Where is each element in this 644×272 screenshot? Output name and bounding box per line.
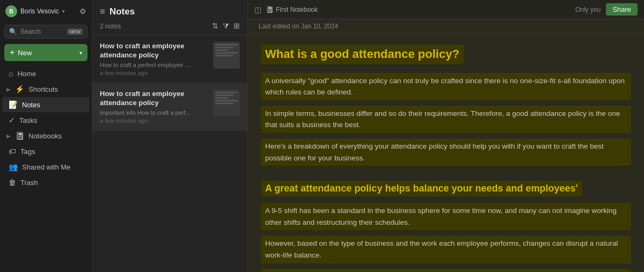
toolbar-right: Only you Share bbox=[575, 3, 638, 16]
plus-icon: + bbox=[10, 48, 14, 57]
sidebar-item-label: Trash bbox=[20, 179, 38, 187]
editor-toolbar: ◫ 📓 First Notebook Only you Share bbox=[248, 0, 644, 19]
view-toggle-icon[interactable]: ⊞ bbox=[233, 21, 240, 31]
paragraph-1: A universally "good" attendance policy c… bbox=[261, 73, 631, 100]
note-preview: important info How to craft a perf... bbox=[100, 109, 208, 116]
section-title-2: A great attendance policy helps balance … bbox=[261, 181, 582, 196]
sidebar-item-home[interactable]: ⌂ Home bbox=[2, 66, 90, 81]
toolbar-left: ◫ 📓 First Notebook bbox=[254, 5, 318, 14]
note-title: How to craft an employee attendance poli… bbox=[100, 42, 208, 60]
note-preview: How to craft a perfect employee ... bbox=[100, 62, 208, 68]
paragraph-3: Here's a breakdown of everything your at… bbox=[261, 138, 631, 166]
sidebar-item-label: Shared with Me bbox=[22, 163, 70, 171]
sidebar-item-tags[interactable]: 🏷 Tags bbox=[2, 144, 90, 159]
thumb-line bbox=[215, 55, 233, 56]
search-label: Search bbox=[20, 28, 64, 35]
notes-title: ≡ Notes bbox=[100, 6, 240, 17]
user-info[interactable]: B Boris Vesovic ▾ bbox=[5, 5, 65, 17]
home-icon: ⌂ bbox=[9, 69, 13, 78]
notes-meta: 2 notes ⇅ ⧩ ⊞ bbox=[100, 21, 240, 31]
sidebar-item-label: Shortcuts bbox=[28, 85, 58, 93]
sort-icon[interactable]: ⇅ bbox=[212, 21, 218, 31]
sidebar: B Boris Vesovic ▾ ⚙ 🔍 Search NEW + New ▾… bbox=[0, 0, 92, 272]
notes-list: ≡ Notes 2 notes ⇅ ⧩ ⊞ How to craft an em… bbox=[92, 0, 248, 272]
expand-icon: ▶ bbox=[6, 86, 11, 92]
layout-icon[interactable]: ◫ bbox=[254, 5, 261, 14]
tasks-icon: ✓ bbox=[9, 116, 15, 124]
doc-title: What is a good attendance policy? bbox=[261, 45, 464, 64]
sidebar-item-label: Notebooks bbox=[28, 132, 62, 140]
new-button-label: New bbox=[18, 49, 32, 57]
only-you-label: Only you bbox=[575, 6, 601, 13]
chevron-right-icon: ▾ bbox=[79, 50, 82, 56]
sidebar-item-notebooks[interactable]: ▶ 📓 Notebooks bbox=[2, 128, 90, 143]
sidebar-item-notes[interactable]: 📝 Notes bbox=[2, 97, 90, 112]
paragraph-6: For example, working night shifts affect… bbox=[261, 269, 631, 272]
nav-section: ⌂ Home ▶ ⚡ Shortcuts 📝 Notes ✓ Tasks ▶ 📓… bbox=[0, 65, 92, 272]
notes-heading: Notes bbox=[109, 6, 135, 17]
note-title: How to craft an employee attendance poli… bbox=[100, 90, 208, 108]
note-content: How to craft an employee attendance poli… bbox=[100, 90, 208, 124]
notes-list-icon: ≡ bbox=[100, 6, 105, 17]
sidebar-item-tasks[interactable]: ✓ Tasks bbox=[2, 113, 90, 128]
thumb-line bbox=[215, 47, 233, 48]
shared-icon: 👥 bbox=[9, 163, 18, 171]
thumb-line bbox=[215, 94, 233, 96]
shortcuts-icon: ⚡ bbox=[15, 85, 24, 93]
tags-icon: 🏷 bbox=[9, 147, 16, 156]
note-thumbnail bbox=[213, 90, 240, 116]
sidebar-item-label: Notes bbox=[22, 101, 40, 109]
notes-actions: ⇅ ⧩ ⊞ bbox=[212, 21, 240, 31]
trash-icon: 🗑 bbox=[9, 178, 16, 187]
notebook-breadcrumb[interactable]: 📓 First Notebook bbox=[266, 6, 318, 13]
search-bar[interactable]: 🔍 Search NEW bbox=[4, 25, 87, 39]
new-button[interactable]: + New ▾ bbox=[4, 44, 87, 61]
sidebar-item-label: Home bbox=[17, 70, 36, 78]
note-item-2[interactable]: How to craft an employee attendance poli… bbox=[92, 83, 247, 131]
expand-icon: ▶ bbox=[6, 133, 11, 139]
share-button[interactable]: Share bbox=[606, 3, 638, 16]
note-thumbnail bbox=[213, 42, 240, 69]
thumb-line bbox=[215, 49, 229, 51]
sidebar-item-trash[interactable]: 🗑 Trash bbox=[2, 175, 90, 190]
sidebar-header: B Boris Vesovic ▾ ⚙ bbox=[0, 0, 92, 23]
notebooks-icon: 📓 bbox=[15, 131, 24, 140]
note-time: a few minutes ago bbox=[100, 70, 208, 76]
paragraph-4: A 9-5 shift has been a standard in the b… bbox=[261, 203, 631, 230]
note-content: How to craft an employee attendance poli… bbox=[100, 42, 208, 76]
avatar: B bbox=[5, 5, 17, 17]
thumb-line bbox=[215, 52, 238, 54]
thumb-line bbox=[215, 100, 238, 101]
thumb-line bbox=[215, 92, 238, 93]
editor: ◫ 📓 First Notebook Only you Share Last e… bbox=[248, 0, 644, 272]
sidebar-item-label: Tags bbox=[20, 148, 35, 156]
editor-meta: Last edited on Jan 10, 2024 bbox=[248, 19, 644, 34]
note-item-1[interactable]: How to craft an employee attendance poli… bbox=[92, 35, 247, 83]
editor-body[interactable]: What is a good attendance policy? A univ… bbox=[248, 34, 644, 272]
settings-icon[interactable]: ⚙ bbox=[79, 7, 86, 16]
paragraph-5: However, based on the type of business a… bbox=[261, 236, 631, 263]
sidebar-item-shortcuts[interactable]: ▶ ⚡ Shortcuts bbox=[2, 82, 90, 97]
thumb-line bbox=[215, 102, 233, 104]
username: Boris Vesovic bbox=[20, 8, 59, 15]
sidebar-item-label: Tasks bbox=[19, 116, 37, 124]
notes-icon: 📝 bbox=[9, 100, 18, 109]
note-time: a few minutes ago bbox=[100, 117, 208, 124]
paragraph-2: In simple terms, businesses differ and s… bbox=[261, 106, 631, 133]
new-badge: NEW bbox=[67, 28, 83, 35]
search-icon: 🔍 bbox=[9, 28, 17, 35]
notebook-name: First Notebook bbox=[276, 6, 318, 13]
last-edited: Last edited on Jan 10, 2024 bbox=[259, 23, 338, 30]
thumb-line bbox=[215, 97, 229, 99]
chevron-down-icon: ▾ bbox=[62, 9, 65, 14]
thumb-line bbox=[215, 44, 238, 46]
notes-count: 2 notes bbox=[100, 23, 121, 30]
notes-header: ≡ Notes 2 notes ⇅ ⧩ ⊞ bbox=[92, 0, 247, 35]
notebook-icon: 📓 bbox=[266, 6, 274, 13]
filter-icon[interactable]: ⧩ bbox=[223, 21, 229, 31]
sidebar-item-shared[interactable]: 👥 Shared with Me bbox=[2, 159, 90, 174]
